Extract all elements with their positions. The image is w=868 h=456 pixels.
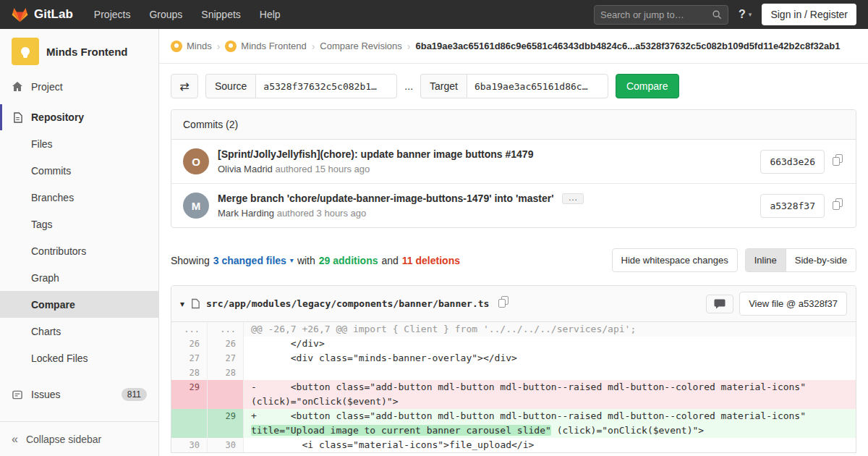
project-avatar — [12, 38, 39, 65]
sidebar-item-label: Compare — [31, 299, 75, 311]
diff-new-line-number[interactable]: 26 — [208, 337, 244, 351]
breadcrumb-minds[interactable]: Minds — [171, 41, 212, 52]
sidebar-item-commits[interactable]: Commits — [0, 157, 158, 184]
expand-commit-description-button[interactable]: … — [562, 193, 584, 204]
commit-author-link[interactable]: Olivia Madrid — [218, 164, 273, 174]
breadcrumb-sha-range: 6ba19ae3ac65161d86c9e6581c46343dbb4824c6… — [415, 41, 840, 51]
source-label: Source — [205, 74, 255, 98]
breadcrumb-minds-frontend[interactable]: Minds Frontend — [225, 41, 306, 52]
sidebar-item-branches[interactable]: Branches — [0, 184, 158, 211]
sidebar: Minds Frontend Project Repository Files … — [0, 29, 159, 456]
commit-sha-button[interactable]: a5328f37 — [760, 194, 825, 218]
project-context-header[interactable]: Minds Frontend — [0, 29, 158, 74]
sidebar-item-graph[interactable]: Graph — [0, 264, 158, 291]
commits-panel-header: Commits (2) — [171, 110, 856, 140]
diff-code-line: <div class="minds-banner-overlay"></div> — [244, 351, 856, 366]
sidebar-item-label: Files — [31, 138, 53, 150]
diff-old-line-number[interactable]: 28 — [171, 366, 208, 380]
sidebar-item-compare[interactable]: Compare — [0, 291, 158, 318]
deletions-count: 11 deletions — [402, 255, 460, 266]
avatar: O — [183, 148, 209, 174]
diff-new-line-number[interactable]: ... — [208, 322, 244, 337]
diff-code-line: + <button class="add-button mdl-button m… — [244, 409, 856, 438]
swap-revisions-button[interactable]: ⇄ — [171, 74, 198, 98]
brand-name: GitLab — [34, 7, 73, 22]
sidebar-item-label: Graph — [31, 272, 59, 284]
sidebar-item-contributors[interactable]: Contributors — [0, 237, 158, 264]
diff-old-line-number[interactable]: 29 — [171, 380, 208, 409]
target-ref-input[interactable] — [467, 74, 608, 98]
copy-file-path-button[interactable] — [495, 295, 510, 313]
hide-whitespace-button[interactable]: Hide whitespace changes — [612, 248, 738, 272]
issues-icon — [12, 389, 23, 400]
diff-old-line-number[interactable]: 27 — [171, 351, 208, 366]
diff-old-line-number[interactable]: ... — [171, 322, 208, 337]
nav-help[interactable]: Help — [252, 0, 289, 29]
collapse-label: Collapse sidebar — [26, 434, 101, 445]
sidebar-item-project[interactable]: Project — [0, 74, 158, 100]
chevron-right-icon: › — [312, 41, 315, 52]
side-by-side-view-button[interactable]: Side-by-side — [786, 249, 856, 271]
diff-old-line-number[interactable]: 26 — [171, 337, 208, 351]
commits-panel: Commits (2) O [Sprint/JollyJellyfish](ch… — [171, 109, 856, 228]
chevron-down-icon: ▾ — [749, 11, 752, 18]
project-avatar-small — [225, 41, 237, 52]
view-file-button[interactable]: View file @ a5328f37 — [739, 292, 847, 316]
breadcrumb-label: Compare Revisions — [320, 41, 401, 51]
diff-row: 30 30 <i class="material-icons">file_upl… — [171, 438, 856, 452]
sidebar-item-repository[interactable]: Repository — [0, 104, 158, 130]
compare-button[interactable]: Compare — [616, 74, 679, 98]
sidebar-item-files[interactable]: Files — [0, 130, 158, 157]
copy-sha-button[interactable] — [830, 197, 844, 215]
collapse-sidebar-button[interactable]: « Collapse sidebar — [0, 421, 158, 456]
breadcrumb-label: Minds — [187, 41, 212, 51]
collapse-diff-icon[interactable]: ▾ — [180, 299, 184, 309]
diff-code-added-segment: title="Upload image to current banner ca… — [251, 425, 551, 436]
sidebar-item-charts[interactable]: Charts — [0, 318, 158, 345]
copy-icon — [833, 200, 841, 210]
breadcrumb-compare-revisions[interactable]: Compare Revisions — [320, 41, 401, 51]
diff-new-line-number[interactable]: 28 — [208, 366, 244, 380]
changed-files-dropdown[interactable]: 3 changed files — [213, 255, 286, 266]
search-input[interactable] — [600, 9, 712, 20]
with-label: with — [297, 255, 315, 266]
commit-title-link[interactable]: [Sprint/JollyJellyfish](chore): update b… — [218, 148, 533, 160]
diff-row-hunk: ... ... @@ -26,7 +26,7 @@ import { Clien… — [171, 322, 856, 337]
additions-count: 29 additions — [319, 255, 378, 266]
issues-count-badge: 811 — [122, 388, 147, 401]
compare-form: ⇄ Source ... Target Compare — [171, 74, 856, 98]
file-path-link[interactable]: src/app/modules/legacy/components/banner… — [206, 298, 489, 309]
diff-new-line-number[interactable]: 30 — [208, 438, 244, 452]
diff-row: 26 26 </div> — [171, 337, 856, 351]
sidebar-item-issues[interactable]: Issues 811 — [0, 381, 158, 408]
nav-groups[interactable]: Groups — [141, 0, 190, 29]
nav-projects[interactable]: Projects — [86, 0, 139, 29]
breadcrumb-label: Minds Frontend — [241, 41, 306, 51]
diff-old-line-number[interactable]: 30 — [171, 438, 208, 452]
sidebar-item-label: Repository — [31, 111, 84, 123]
sidebar-item-locked-files[interactable]: Locked Files — [0, 345, 158, 371]
sidebar-item-label: Commits — [31, 165, 71, 177]
diff-file-header: ▾ src/app/modules/legacy/components/bann… — [171, 286, 856, 322]
inline-view-button[interactable]: Inline — [746, 249, 786, 271]
copy-sha-button[interactable] — [830, 153, 844, 171]
sidebar-item-tags[interactable]: Tags — [0, 211, 158, 237]
top-navbar: GitLab Projects Groups Snippets Help ? ▾… — [0, 0, 868, 29]
diff-old-line-number[interactable] — [171, 409, 208, 438]
project-name: Minds Frontend — [46, 46, 128, 58]
commit-sha-button[interactable]: 663d3e26 — [760, 150, 825, 174]
chevron-down-icon[interactable]: ▾ — [290, 256, 294, 264]
diff-new-line-number[interactable]: 29 — [208, 409, 244, 438]
toggle-comments-button[interactable] — [706, 295, 733, 313]
help-dropdown[interactable]: ? ▾ — [739, 8, 752, 21]
commit-title-link[interactable]: Merge branch 'chore/update-banner-image-… — [218, 193, 554, 204]
diff-new-line-number[interactable] — [208, 380, 244, 409]
sidebar-item-label: Issues — [31, 389, 60, 400]
sign-in-button[interactable]: Sign in / Register — [762, 4, 856, 25]
commit-author-link[interactable]: Mark Harding — [218, 208, 274, 219]
nav-snippets[interactable]: Snippets — [193, 0, 248, 29]
source-ref-input[interactable] — [255, 74, 397, 98]
gitlab-logo[interactable]: GitLab — [12, 7, 73, 22]
diff-new-line-number[interactable]: 27 — [208, 351, 244, 366]
global-search[interactable] — [594, 5, 728, 25]
